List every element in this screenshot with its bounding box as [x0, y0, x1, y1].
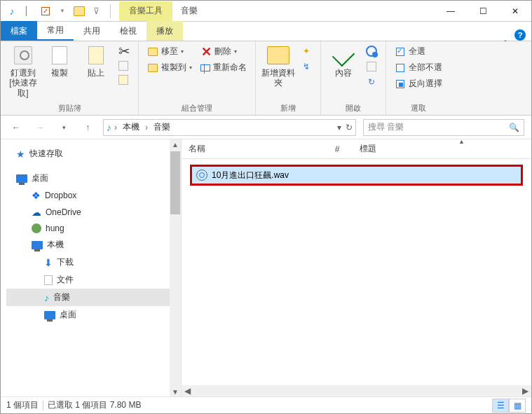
scroll-right-icon[interactable]: ▶ — [522, 386, 528, 396]
ribbon-group-open: 內容 ↻ 開啟 — [321, 41, 386, 115]
open-group-label: 開啟 — [346, 103, 361, 113]
path-icon — [118, 61, 128, 71]
monitor-icon — [16, 174, 27, 183]
history-button[interactable]: ↻ — [363, 75, 380, 89]
tree-downloads[interactable]: ⬇下載 — [6, 254, 181, 271]
history-icon: ↻ — [366, 76, 377, 88]
tree-documents[interactable]: 文件 — [6, 271, 181, 289]
sort-ascending-icon: ▲ — [458, 139, 465, 145]
paste-icon — [85, 44, 107, 67]
maximize-button[interactable]: ☐ — [467, 1, 499, 21]
horizontal-scrollbar[interactable]: ◀ ▶ — [182, 385, 531, 396]
help-icon[interactable]: ? — [514, 29, 526, 41]
tabs-right: ? — [502, 29, 531, 41]
breadcrumb[interactable]: ♪ › 本機 › 音樂 ▾ ↻ — [103, 119, 356, 136]
recent-dropdown-icon[interactable]: ▾ — [55, 119, 72, 136]
tree-desktop[interactable]: 桌面 — [6, 170, 181, 187]
status-item-count: 1 個項目 — [6, 399, 39, 411]
tab-file[interactable]: 檔案 — [1, 21, 37, 41]
scroll-thumb[interactable] — [170, 151, 180, 214]
selectall-label: 全選 — [409, 46, 425, 57]
tree-dropbox[interactable]: ❖Dropbox — [6, 187, 181, 204]
column-header-name[interactable]: 名稱 — [182, 143, 322, 155]
back-button[interactable]: ← — [8, 119, 25, 136]
file-name: 10月進出口狂飆.wav — [212, 170, 289, 181]
tree-quick-access[interactable]: ★快速存取 — [6, 145, 181, 163]
column-header-hash[interactable]: # — [322, 144, 353, 154]
column-header-title[interactable]: 標題 — [353, 143, 531, 155]
open-button[interactable] — [363, 44, 380, 58]
tree-user-hung[interactable]: hung — [6, 221, 181, 236]
star-icon: ★ — [16, 149, 25, 160]
copy-to-button[interactable]: 複製到▾ — [144, 60, 195, 75]
edit-button[interactable] — [363, 60, 380, 74]
forward-button[interactable]: → — [32, 119, 48, 136]
refresh-icon[interactable]: ↻ — [346, 123, 353, 132]
navigation-pane[interactable]: ★快速存取 桌面 ❖Dropbox ☁OneDrive hung 本機 ⬇下載 … — [1, 139, 182, 396]
copy-path-button[interactable] — [116, 60, 132, 72]
contextual-tab-music-tools[interactable]: 音樂工具 — [119, 1, 172, 21]
copy-button[interactable]: 複製 — [43, 44, 76, 78]
person-icon — [32, 223, 41, 233]
shortcut-icon — [118, 75, 128, 85]
properties-button[interactable]: 內容 — [327, 44, 360, 78]
cut-button[interactable]: ✂ — [116, 44, 132, 58]
search-input[interactable]: 搜尋 音樂 🔍 — [363, 119, 524, 136]
window-title: 音樂 — [181, 5, 198, 17]
tree-label: 桌面 — [60, 309, 76, 321]
tab-play[interactable]: 播放 — [146, 21, 183, 41]
icons-view-button[interactable]: ▦ — [509, 399, 526, 413]
paste-shortcut-button[interactable] — [116, 74, 132, 86]
tree-label: 桌面 — [32, 172, 48, 184]
copy-label: 複製 — [51, 68, 68, 78]
music-folder-icon: ♪ — [107, 122, 111, 133]
select-group-label: 選取 — [411, 103, 426, 113]
qat-folder-icon[interactable] — [72, 4, 86, 18]
new-folder-button[interactable]: 新增資料夾 — [261, 44, 295, 88]
collapse-ribbon-icon[interactable] — [502, 30, 509, 40]
scroll-left-icon[interactable]: ◀ — [184, 386, 191, 396]
scroll-up-icon[interactable]: ▲ — [172, 141, 179, 148]
qat-checkbox[interactable]: ✓ — [39, 4, 53, 18]
ribbon-group-new: 新增資料夾 ✦ ↯ 新增 — [256, 41, 321, 115]
tree-onedrive[interactable]: ☁OneDrive — [6, 204, 181, 221]
copyto-icon — [147, 62, 158, 74]
rename-button[interactable]: 重新命名 — [198, 60, 250, 75]
tree-desktop-sub[interactable]: 桌面 — [6, 306, 181, 324]
qat-dropdown-icon[interactable]: ▼ — [55, 4, 69, 18]
tab-share[interactable]: 共用 — [74, 21, 110, 41]
new-group-label: 新增 — [280, 103, 296, 113]
pin-to-quick-access-button[interactable]: 釘選到 [快速存取] — [6, 44, 40, 98]
scroll-down-icon[interactable]: ▼ — [172, 388, 179, 395]
select-none-button[interactable]: 全部不選 — [392, 60, 445, 75]
qat-overflow-icon[interactable]: ⊽ — [89, 4, 103, 18]
breadcrumb-dropdown-icon[interactable]: ▾ — [337, 123, 341, 132]
easy-access-button[interactable]: ↯ — [298, 60, 315, 74]
tree-thispc[interactable]: 本機 — [6, 236, 181, 254]
close-button[interactable]: ✕ — [499, 1, 531, 21]
paste-button[interactable]: 貼上 — [79, 44, 113, 78]
chevron-right-icon: › — [114, 123, 117, 132]
delete-button[interactable]: ✕刪除▾ — [198, 44, 250, 59]
tree-label: 快速存取 — [29, 148, 63, 160]
minimize-button[interactable]: — — [435, 1, 467, 21]
file-list-pane: ▲ 名稱 # 標題 10月進出口狂飆.wav ◀ ▶ — [182, 139, 531, 396]
invert-selection-button[interactable]: 反向選擇 — [392, 76, 445, 91]
tree-scrollbar[interactable]: ▲ ▼ — [170, 139, 181, 396]
select-all-button[interactable]: 全選 — [392, 44, 445, 59]
clipboard-group-label: 剪貼簿 — [58, 103, 81, 113]
status-bar: 1 個項目 已選取 1 個項目 7.80 MB ☰ ▦ — [1, 396, 531, 413]
move-to-button[interactable]: 移至▾ — [144, 44, 195, 59]
tab-view[interactable]: 檢視 — [110, 21, 146, 41]
tree-music[interactable]: ♪音樂 — [6, 289, 181, 306]
breadcrumb-thispc[interactable]: 本機 — [120, 121, 142, 133]
ribbon-group-select: 全選 全部不選 反向選擇 選取 — [386, 41, 451, 115]
file-row-selected[interactable]: 10月進出口狂飆.wav — [190, 165, 523, 186]
new-item-button[interactable]: ✦ — [298, 44, 315, 58]
details-view-button[interactable]: ☰ — [492, 399, 509, 413]
tab-home[interactable]: 常用 — [37, 21, 74, 41]
up-button[interactable]: ↑ — [79, 119, 96, 136]
ribbon: 釘選到 [快速存取] 複製 貼上 ✂ 剪貼簿 移至▾ 複製到▾ — [1, 41, 531, 116]
breadcrumb-music[interactable]: 音樂 — [151, 121, 173, 133]
file-area[interactable]: 10月進出口狂飆.wav — [182, 159, 531, 385]
